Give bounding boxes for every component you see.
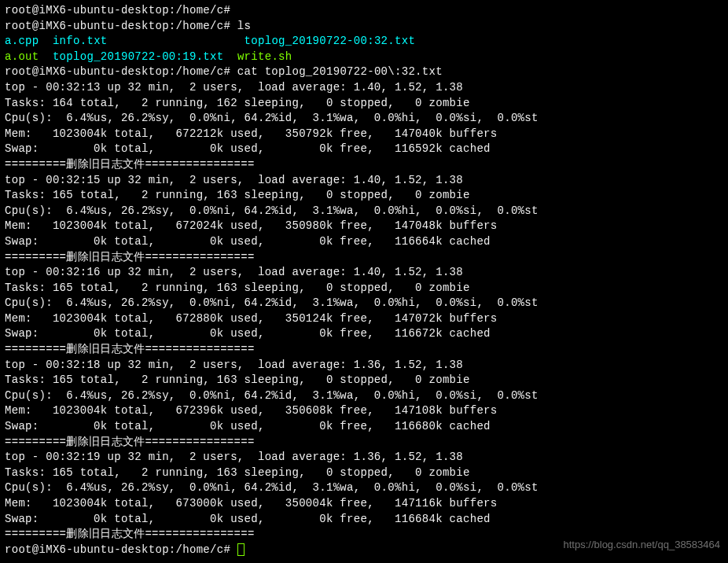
prompt-text: root@iMX6-ubuntu-desktop:/home/c# <box>5 4 230 17</box>
top-output-swap: Swap: 0k total, 0k used, 0k free, 116680… <box>5 419 723 435</box>
top-output-cpu: Cpu(s): 6.4%us, 26.2%sy, 0.0%ni, 64.2%id… <box>5 388 723 404</box>
prompt-text: root@iMX6-ubuntu-desktop:/home/c# <box>5 65 237 78</box>
file-info: info.txt <box>53 35 108 47</box>
top-output-mem: Mem: 1023004k total, 672396k used, 35060… <box>5 403 723 419</box>
top-output-top: top - 00:32:19 up 32 min, 2 users, load … <box>5 450 723 465</box>
separator-line: =========删除旧日志文件================ <box>5 157 723 173</box>
file-acpp: a.cpp <box>5 35 39 47</box>
top-output-swap: Swap: 0k total, 0k used, 0k free, 116684… <box>5 512 723 528</box>
top-output-swap: Swap: 0k total, 0k used, 0k free, 116672… <box>5 326 723 342</box>
top-output-cpu: Cpu(s): 6.4%us, 26.2%sy, 0.0%ni, 64.2%id… <box>5 111 723 127</box>
top-output-cpu: Cpu(s): 6.4%us, 26.2%sy, 0.0%ni, 64.2%id… <box>5 296 723 311</box>
top-output-tasks: Tasks: 165 total, 2 running, 163 sleepin… <box>5 373 723 388</box>
top-output-tasks: Tasks: 165 total, 2 running, 163 sleepin… <box>5 465 723 481</box>
prompt-line-ls[interactable]: root@iMX6-ubuntu-desktop:/home/c# ls <box>5 19 723 35</box>
top-output-top: top - 00:32:18 up 32 min, 2 users, load … <box>5 358 723 373</box>
file-toplog32: toplog_20190722-00:32.txt <box>245 35 416 47</box>
top-output-tasks: Tasks: 165 total, 2 running, 163 sleepin… <box>5 188 723 204</box>
top-output-mem: Mem: 1023004k total, 672212k used, 35079… <box>5 127 723 142</box>
prompt-text: root@iMX6-ubuntu-desktop:/home/c# <box>5 543 237 556</box>
ls-row-1: a.cpp info.txt toplog_20190722-00:32.txt <box>5 34 723 50</box>
top-output-swap: Swap: 0k total, 0k used, 0k free, 116592… <box>5 142 723 157</box>
top-output-cpu: Cpu(s): 6.4%us, 26.2%sy, 0.0%ni, 64.2%id… <box>5 480 723 496</box>
file-writesh: write.sh <box>237 50 292 63</box>
prompt-line-cat[interactable]: root@iMX6-ubuntu-desktop:/home/c# cat to… <box>5 64 723 80</box>
separator-line: =========删除旧日志文件================ <box>5 250 723 266</box>
watermark-text: https://blog.csdn.net/qq_38583464 <box>564 538 721 552</box>
top-output-top: top - 00:32:13 up 32 min, 2 users, load … <box>5 80 723 96</box>
cmd-ls: ls <box>237 20 251 32</box>
top-output-cpu: Cpu(s): 6.4%us, 26.2%sy, 0.0%ni, 64.2%id… <box>5 204 723 219</box>
prompt-line-empty[interactable]: root@iMX6-ubuntu-desktop:/home/c# <box>5 3 723 19</box>
top-output-mem: Mem: 1023004k total, 672024k used, 35098… <box>5 219 723 234</box>
top-output-top: top - 00:32:15 up 32 min, 2 users, load … <box>5 173 723 189</box>
top-output-mem: Mem: 1023004k total, 673000k used, 35000… <box>5 496 723 512</box>
file-aout: a.out <box>5 50 39 63</box>
cursor-icon <box>237 543 245 556</box>
file-toplog19: toplog_20190722-00:19.txt <box>53 50 224 63</box>
separator-line: =========删除旧日志文件================ <box>5 435 723 451</box>
top-output-tasks: Tasks: 164 total, 2 running, 162 sleepin… <box>5 96 723 112</box>
cmd-cat: cat toplog_20190722-00\:32.txt <box>237 65 443 78</box>
prompt-text: root@iMX6-ubuntu-desktop:/home/c# <box>5 20 237 32</box>
ls-row-2: a.out toplog_20190722-00:19.txt write.sh <box>5 50 723 65</box>
top-output-top: top - 00:32:16 up 32 min, 2 users, load … <box>5 265 723 281</box>
top-output-mem: Mem: 1023004k total, 672880k used, 35012… <box>5 311 723 327</box>
top-output-tasks: Tasks: 165 total, 2 running, 163 sleepin… <box>5 281 723 296</box>
separator-line: =========删除旧日志文件================ <box>5 342 723 358</box>
top-output-swap: Swap: 0k total, 0k used, 0k free, 116664… <box>5 234 723 250</box>
